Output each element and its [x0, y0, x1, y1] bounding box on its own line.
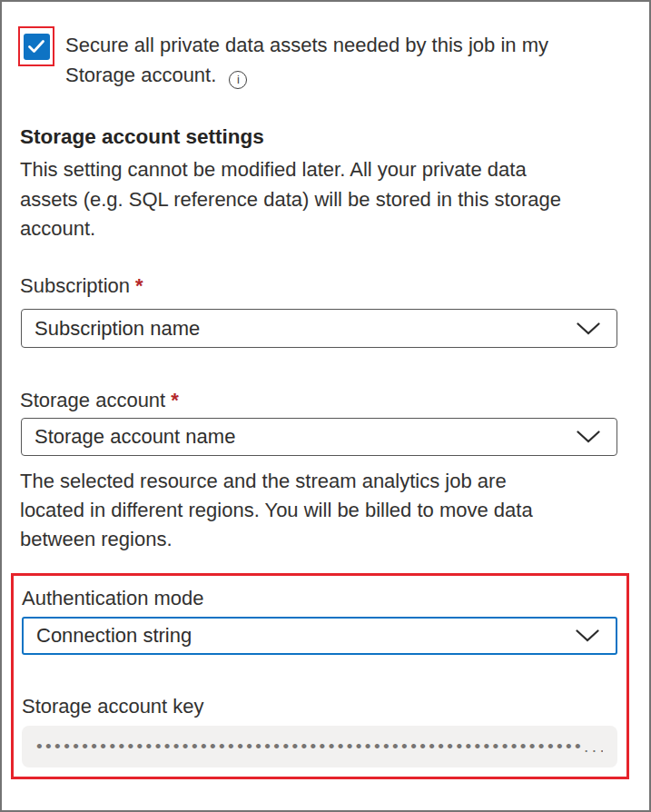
- authentication-mode-dropdown[interactable]: Connection string: [22, 617, 617, 655]
- chevron-down-icon: [577, 322, 600, 335]
- secure-data-checkbox-label: Secure all private data assets needed by…: [65, 30, 610, 90]
- authentication-mode-value: Connection string: [36, 624, 576, 648]
- subscription-label-text: Subscription: [20, 274, 130, 297]
- info-icon[interactable]: i: [229, 71, 247, 89]
- storage-account-key-label: Storage account key: [22, 695, 204, 718]
- storage-account-label-text: Storage account: [20, 389, 165, 411]
- masked-key-value: ••••••••••••••••••••••••••••••••••••••••…: [36, 726, 603, 767]
- storage-account-dropdown-value: Storage account name: [35, 425, 577, 449]
- check-icon: [24, 34, 49, 59]
- required-asterisk: *: [135, 274, 143, 297]
- subscription-label: Subscription*: [20, 274, 143, 298]
- subscription-dropdown-value: Subscription name: [35, 317, 577, 341]
- storage-settings-panel: Secure all private data assets needed by…: [0, 0, 651, 812]
- chevron-down-icon: [577, 431, 600, 443]
- description-line: account.: [20, 214, 561, 244]
- description-line: assets (e.g. SQL reference data) will be…: [20, 185, 561, 215]
- checkbox-label-line1: Secure all private data assets needed by…: [65, 30, 610, 60]
- description-line: This setting cannot be modified later. A…: [20, 155, 561, 185]
- storage-account-label: Storage account*: [20, 389, 179, 412]
- chevron-down-icon: [576, 629, 599, 642]
- region-warning-line: between regions.: [20, 525, 533, 554]
- checkbox-highlight-box: [18, 26, 54, 66]
- checkbox-label-line2-wrap: Storage account.i: [65, 60, 610, 90]
- region-warning-text: The selected resource and the stream ana…: [20, 467, 533, 554]
- authentication-mode-label: Authentication mode: [22, 587, 204, 610]
- region-warning-line: located in different regions. You will b…: [20, 496, 533, 525]
- subscription-dropdown[interactable]: Subscription name: [21, 309, 617, 348]
- storage-account-key-input[interactable]: ••••••••••••••••••••••••••••••••••••••••…: [22, 726, 617, 767]
- checkbox-label-line2: Storage account.: [65, 64, 216, 86]
- storage-account-dropdown[interactable]: Storage account name: [21, 418, 617, 456]
- region-warning-line: The selected resource and the stream ana…: [20, 467, 533, 496]
- section-heading: Storage account settings: [20, 125, 264, 149]
- section-description: This setting cannot be modified later. A…: [20, 155, 561, 244]
- required-asterisk: *: [171, 389, 179, 411]
- secure-data-checkbox[interactable]: [24, 34, 50, 60]
